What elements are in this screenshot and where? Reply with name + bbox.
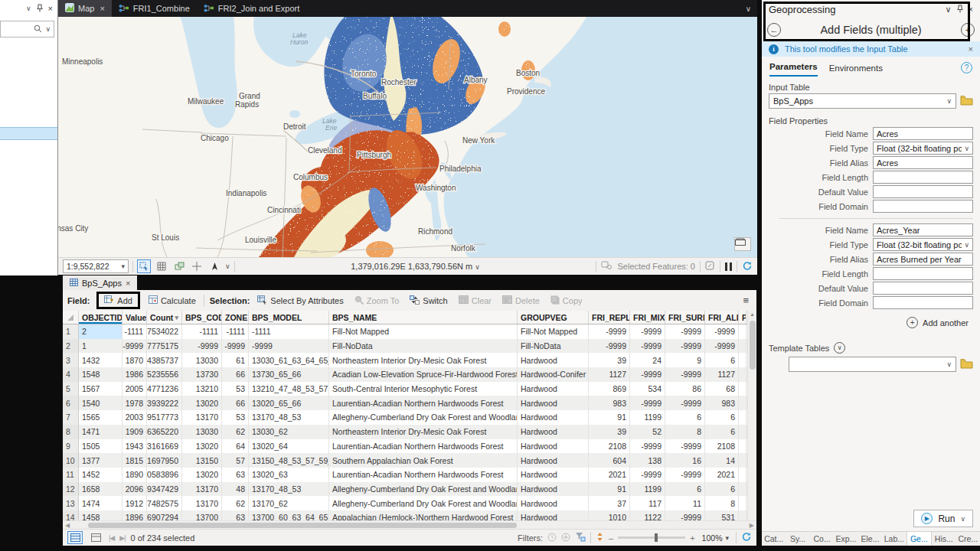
column-header-objectid-[interactable]: OBJECTID * <box>79 311 122 324</box>
calculate-button[interactable]: Calculate <box>146 294 198 307</box>
document-tab-fri2-join-and-export[interactable]: FRI2_Join and Export <box>197 0 306 17</box>
scroll-up-icon[interactable]: ▲ <box>750 311 755 318</box>
template-tables-dropdown[interactable]: ∨ <box>789 357 956 372</box>
chevron-down-icon[interactable]: ▾ <box>175 314 178 321</box>
close-icon[interactable]: × <box>969 5 973 14</box>
zoom-level-dropdown[interactable]: 100%▾ <box>700 533 731 543</box>
table-row[interactable]: 21-999967775175-9999-9999-9999Fill-NoDat… <box>63 339 747 354</box>
table-row[interactable]: 101377181521697950131505713150_48_53_57_… <box>63 453 747 468</box>
field-type-dropdown[interactable]: Float (32-bit floating poin∨ <box>873 238 973 251</box>
form-view-button[interactable] <box>88 531 103 544</box>
view-options-chevron-icon[interactable]: ∨ <box>746 5 751 13</box>
column-header-groupveg[interactable]: GROUPVEG <box>518 311 589 324</box>
back-button[interactable]: ← <box>767 23 781 37</box>
sort-updown-icon[interactable] <box>596 532 604 543</box>
field-property-input[interactable] <box>873 267 973 280</box>
field-property-input[interactable]: Acres Burned per Year <box>873 253 973 266</box>
panel-tab-sy[interactable]: Sy... <box>786 532 809 546</box>
add-another-button[interactable]: + Add another <box>769 317 969 328</box>
selected-layer-row[interactable] <box>0 127 57 140</box>
field-property-input[interactable] <box>873 200 973 213</box>
scroll-left-icon[interactable]: ◀ <box>65 522 70 529</box>
table-row[interactable]: 81471190926365220130306213030_62Northeas… <box>63 425 747 439</box>
add-button[interactable]: Add <box>96 292 140 309</box>
table-row[interactable]: 61540197833939222130206613020_65_66Laure… <box>63 396 747 410</box>
table-row[interactable]: 51567200534771236132105313210_47_48_53_5… <box>63 382 747 396</box>
column-header-zone[interactable]: ZONE <box>222 311 249 324</box>
vertical-scrollbar[interactable]: ▲ <box>747 311 756 520</box>
scroll-right-icon[interactable]: ▶ <box>750 522 754 529</box>
table-row[interactable]: 91505194323161669130206413020_64Laurenti… <box>63 439 747 454</box>
select-by-attributes-button[interactable]: Select By Attributes <box>255 294 345 308</box>
table-tab[interactable]: BpS_Apps × <box>63 276 137 290</box>
scrollbar-thumb[interactable] <box>88 523 517 528</box>
panel-tab-his[interactable]: His... <box>932 532 956 546</box>
refresh-icon[interactable] <box>742 261 753 272</box>
panel-tab-exp[interactable]: Exp... <box>834 532 858 546</box>
browse-folder-icon[interactable] <box>960 358 973 370</box>
select-tool-button[interactable] <box>137 259 151 273</box>
chevron-down-icon[interactable]: ∨ <box>946 5 952 15</box>
expand-chevron-icon[interactable]: ∨ <box>834 342 845 354</box>
pin-icon[interactable] <box>957 5 963 15</box>
first-record-icon[interactable]: |◀ <box>109 534 114 542</box>
time-filter-icon[interactable] <box>547 533 557 543</box>
north-arrow-icon[interactable] <box>207 259 221 273</box>
field-property-input[interactable] <box>873 296 973 309</box>
column-header-fri-replac[interactable]: FRI_REPLAC <box>589 311 630 324</box>
table-row[interactable]: 31432187064385737130306113030_61_63_64_6… <box>63 353 747 367</box>
horizontal-scrollbar[interactable]: ◀ ▶ <box>63 520 756 529</box>
last-record-icon[interactable]: ▶| <box>119 534 125 542</box>
table-row[interactable]: 12-111177534022-1111-1111-1111Fill-Not M… <box>63 324 747 339</box>
column-header-bps-name[interactable]: BPS_NAME <box>329 311 518 324</box>
document-tab-fri1-combine[interactable]: FRI1_Combine <box>112 0 197 17</box>
close-icon[interactable]: × <box>100 4 104 13</box>
column-header-bps-code[interactable]: BPS_CODE <box>182 311 222 324</box>
coordinate-readout[interactable]: 1,379,016.29E 1,633,790.56N m ∨ <box>239 262 593 271</box>
select-all-corner[interactable] <box>63 311 79 324</box>
close-icon[interactable]: × <box>126 279 130 288</box>
field-property-input[interactable]: Acres_Year <box>873 223 973 236</box>
browse-folder-icon[interactable] <box>960 95 973 107</box>
panel-tab-cat[interactable]: Cat... <box>762 532 786 546</box>
grid-button[interactable] <box>155 259 168 273</box>
column-header-count[interactable]: Count▾ <box>147 311 182 324</box>
table-row[interactable]: 71565200329517773131705313170_48_53Alleg… <box>63 410 747 425</box>
selection-filter-icon[interactable] <box>575 532 586 543</box>
chevron-down-icon[interactable]: ∨ <box>960 515 965 523</box>
tab-parameters[interactable]: Parameters <box>769 62 818 77</box>
field-property-input[interactable]: Acres <box>873 127 973 140</box>
map-view[interactable]: MinneapolisLakeHuronTorontoRochesterBuff… <box>58 17 757 257</box>
chevron-down-icon[interactable]: ∨ <box>26 5 31 12</box>
input-table-dropdown[interactable]: BpS_Apps ∨ <box>769 93 956 109</box>
run-button[interactable]: ▶ Run ∨ <box>913 510 973 527</box>
scrollbar-thumb[interactable] <box>750 321 756 370</box>
chevron-down-icon[interactable]: ∨ <box>225 262 230 270</box>
spatial-filter-icon[interactable] <box>705 261 715 272</box>
column-header-p[interactable]: P <box>739 311 746 324</box>
crosshair-button[interactable] <box>190 259 204 273</box>
close-icon[interactable]: × <box>48 4 53 13</box>
field-type-dropdown[interactable]: Float (32-bit floating poin∨ <box>873 142 973 155</box>
column-header-fri-surfac[interactable]: FRI_SURFAC <box>665 311 705 324</box>
selected-features-count[interactable]: Selected Features: 0 <box>617 262 695 271</box>
table-view-button[interactable] <box>67 531 83 544</box>
document-tab-map[interactable]: Map× <box>58 0 112 17</box>
field-property-input[interactable] <box>873 171 973 184</box>
table-row[interactable]: 111452189020583896130206313020_63Laurent… <box>63 468 747 482</box>
slider-thumb[interactable] <box>655 533 658 542</box>
close-icon[interactable]: × <box>969 44 973 54</box>
zoom-slider[interactable] <box>618 536 685 539</box>
field-property-input[interactable] <box>873 185 973 198</box>
field-property-input[interactable]: Acres <box>873 156 973 169</box>
column-header-fri-mixed[interactable]: FRI_MIXED <box>630 311 665 324</box>
chevron-down-icon[interactable]: ∨ <box>45 25 51 33</box>
add-to-favorites-button[interactable]: + <box>961 23 975 37</box>
tab-environments[interactable]: Environments <box>829 64 883 77</box>
search-input[interactable]: ∨ <box>0 21 54 37</box>
range-filter-icon[interactable] <box>561 533 570 543</box>
panel-tab-ele[interactable]: Ele... <box>858 532 882 546</box>
field-property-input[interactable] <box>873 282 973 295</box>
menu-icon[interactable]: ≡ <box>743 295 752 306</box>
pause-drawing-button[interactable] <box>725 262 732 271</box>
